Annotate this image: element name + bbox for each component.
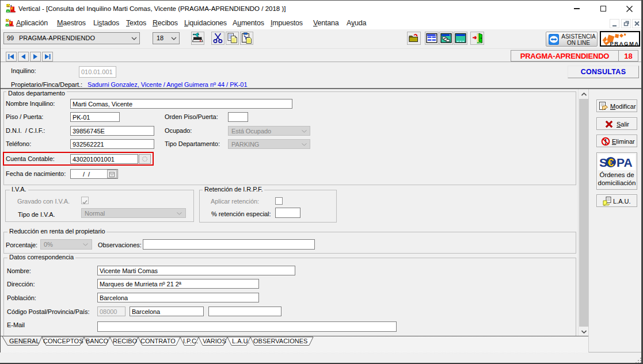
svg-text:CONCEPTOS: CONCEPTOS (43, 338, 83, 344)
svg-text:I.P.C.: I.P.C. (183, 338, 198, 344)
svg-text:CONTRATO: CONTRATO (140, 338, 176, 344)
svg-text:BANCO: BANCO (86, 338, 109, 344)
svg-text:VARIOS: VARIOS (203, 338, 226, 344)
svg-text:OBSERVACIONES: OBSERVACIONES (253, 338, 307, 344)
svg-text:L.A.U.: L.A.U. (232, 338, 250, 344)
svg-text:PA: PA (617, 156, 633, 169)
svg-text:GENERAL: GENERAL (9, 338, 40, 344)
svg-text:PRAGMA: PRAGMA (610, 40, 640, 47)
svg-text:€: € (608, 156, 614, 168)
svg-text:RECIBO: RECIBO (113, 338, 138, 344)
